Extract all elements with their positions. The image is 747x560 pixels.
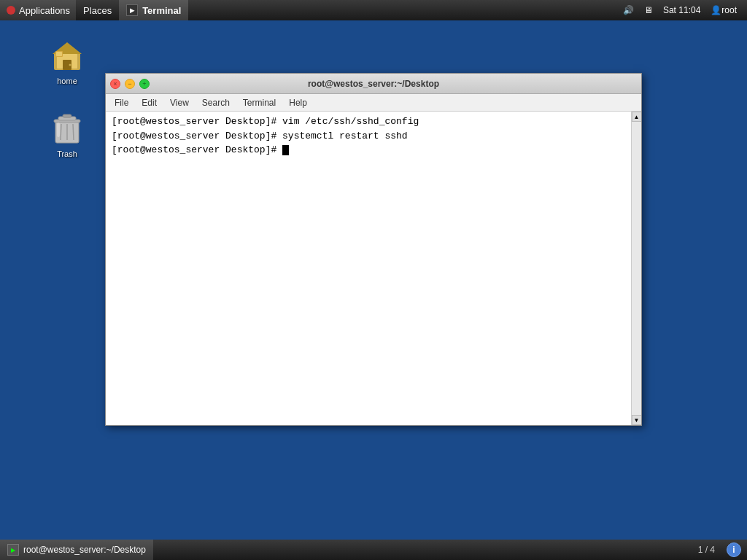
window-titlebar: × − + root@westos_server:~/Desktop [106,74,641,94]
svg-rect-15 [57,122,60,137]
menu-file[interactable]: File [109,96,134,109]
svg-point-5 [69,64,71,66]
terminal-taskbar-label: Terminal [142,5,181,16]
workspace-indicator[interactable]: 1 / 4 [692,545,721,555]
terminal-small-icon: ▶ [126,4,138,16]
bottom-right-area: 1 / 4 i [692,540,747,560]
scroll-track [632,122,641,415]
trash-icon-label: Trash [55,149,80,159]
info-button[interactable]: i [727,542,741,557]
svg-point-0 [7,6,15,15]
taskbar-top: Applications Places ▶ Terminal 🔊 🖥 Sat 1… [0,0,747,20]
bottom-terminal-icon: ▶ [7,544,19,556]
terminal-output[interactable]: [root@westos_server Desktop]# vim /etc/s… [106,112,631,425]
applications-label: Applications [19,5,70,16]
trash-can-icon [50,111,85,146]
svg-rect-11 [63,114,71,117]
user-icon: 👤 [711,5,721,15]
svg-rect-7 [56,52,62,56]
close-button[interactable]: × [110,79,120,89]
username-text: root [721,5,737,15]
window-controls: × − + [110,79,150,89]
volume-icon: 🔊 [623,5,634,15]
terminal-cursor [282,145,289,155]
scroll-down-arrow[interactable]: ▼ [632,415,642,425]
terminal-window: × − + root@westos_server:~/Desktop File … [105,73,642,426]
datetime-display[interactable]: Sat 11:04 [659,0,705,20]
menu-search[interactable]: Search [196,96,236,109]
menu-help[interactable]: Help [283,96,313,109]
terminal-content-area: [root@westos_server Desktop]# vim /etc/s… [106,112,641,425]
taskbar-bottom: ▶ root@westos_server:~/Desktop 1 / 4 i [0,540,747,560]
desktop-icon-home[interactable]: home [38,35,96,89]
bottom-task-label: root@westos_server:~/Desktop [23,545,146,555]
minimize-button[interactable]: − [125,79,135,89]
bottom-task-terminal[interactable]: ▶ root@westos_server:~/Desktop [0,540,153,560]
places-label: Places [83,5,112,16]
terminal-menubar: File Edit View Search Terminal Help [106,94,641,112]
maximize-button[interactable]: + [139,79,150,89]
menu-edit[interactable]: Edit [136,96,163,109]
app-menu-icon [6,5,16,15]
home-folder-icon [50,38,85,73]
home-icon-label: home [55,76,80,86]
menu-terminal[interactable]: Terminal [237,96,282,109]
svg-line-14 [73,124,74,140]
volume-control[interactable]: 🔊 [619,0,638,20]
menu-view[interactable]: View [164,96,195,109]
scroll-up-arrow[interactable]: ▲ [632,112,642,122]
datetime-text: Sat 11:04 [663,5,700,15]
network-indicator[interactable]: 🖥 [640,0,657,20]
desktop-icon-trash[interactable]: Trash [38,108,96,162]
desktop: home Trash [0,20,747,540]
terminal-scrollbar[interactable]: ▲ ▼ [631,112,641,425]
network-icon: 🖥 [644,5,653,15]
svg-line-12 [61,124,61,140]
user-menu[interactable]: 👤 root [706,0,741,20]
places-menu[interactable]: Places [76,0,119,20]
applications-menu[interactable]: Applications [0,0,76,20]
terminal-taskbar-item[interactable]: ▶ Terminal [119,0,188,20]
window-title: root@westos_server:~/Desktop [308,79,439,89]
